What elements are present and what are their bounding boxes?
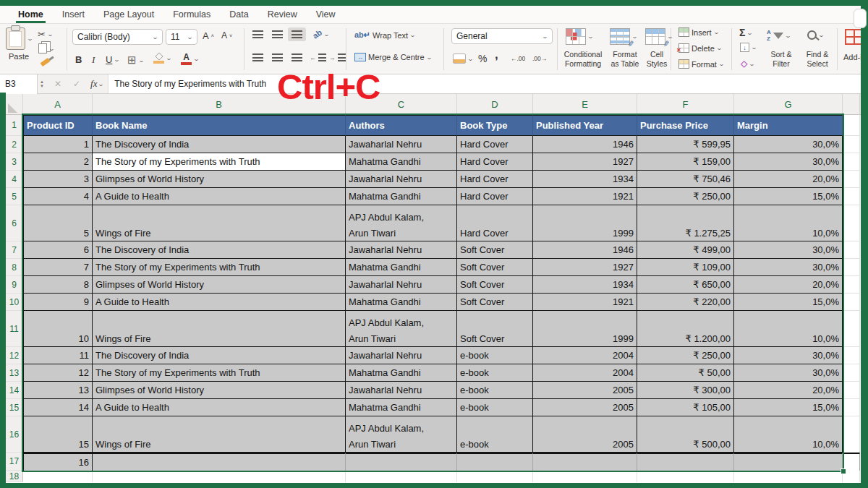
cell-margin[interactable]: 15,0% bbox=[734, 294, 843, 311]
header-cell-product-id[interactable]: Product ID bbox=[23, 115, 93, 136]
cell-published-year[interactable]: 2004 bbox=[533, 347, 637, 364]
cell-book-name[interactable]: The Discovery of India bbox=[93, 136, 346, 153]
cell-book-name[interactable]: The Story of my Experiments with Truth bbox=[93, 364, 346, 382]
font-color-button[interactable]: A ⌄ bbox=[181, 53, 199, 65]
cell-product-id[interactable]: 14 bbox=[23, 399, 93, 416]
cell-margin[interactable]: 30,0% bbox=[734, 347, 843, 364]
cell-partial[interactable] bbox=[843, 115, 860, 136]
cell-partial[interactable] bbox=[843, 364, 860, 382]
cell-purchase-price[interactable]: ₹ 1.275,25 bbox=[637, 205, 734, 241]
cut-button[interactable]: ✂ ⌄ bbox=[38, 29, 53, 40]
cell-published-year[interactable]: 1921 bbox=[533, 294, 637, 311]
decrease-decimal-button[interactable]: .00→ bbox=[532, 55, 547, 62]
cell-purchase-price[interactable]: ₹ 250,00 bbox=[637, 188, 734, 205]
cell-book-name[interactable]: The Discovery of India bbox=[93, 347, 346, 364]
row-header-3[interactable]: 3 bbox=[6, 153, 23, 171]
cell-margin[interactable]: 30,0% bbox=[734, 136, 843, 153]
cell-purchase-price[interactable]: ₹ 159,00 bbox=[637, 153, 734, 171]
cell-product-id[interactable]: 8 bbox=[23, 276, 93, 294]
cell-partial[interactable] bbox=[843, 416, 860, 453]
delete-cells-button[interactable]: Delete ⌄ bbox=[678, 43, 722, 53]
row-header-6[interactable]: 6 bbox=[6, 205, 23, 241]
cell-published-year[interactable]: 1927 bbox=[533, 153, 637, 171]
row-header-17[interactable]: 17 bbox=[6, 453, 23, 471]
cell-book-name[interactable]: Glimpses of World History bbox=[93, 171, 346, 188]
cell-partial[interactable] bbox=[843, 382, 860, 399]
cell-margin[interactable]: 30,0% bbox=[734, 259, 843, 276]
cell-product-id[interactable]: 10 bbox=[23, 311, 93, 347]
grow-font-button[interactable]: A˄ bbox=[203, 30, 214, 41]
cell-book-name[interactable]: Glimpses of World History bbox=[93, 276, 346, 294]
cell-product-id[interactable]: 16 bbox=[23, 453, 93, 471]
autosum-button[interactable]: Σ ⌄ bbox=[739, 27, 752, 38]
cell-purchase-price[interactable] bbox=[637, 453, 734, 471]
cell-product-id[interactable]: 6 bbox=[23, 241, 93, 259]
bold-button[interactable]: B bbox=[75, 54, 82, 65]
align-right-button[interactable] bbox=[288, 51, 306, 64]
cell-authors[interactable]: Mahatma Gandhi bbox=[346, 364, 457, 382]
cell-empty[interactable] bbox=[93, 471, 346, 482]
cell-published-year[interactable]: 2005 bbox=[533, 416, 637, 453]
increase-decimal-button[interactable]: ←.00 bbox=[511, 55, 525, 62]
cell-purchase-price[interactable]: ₹ 300,00 bbox=[637, 382, 734, 399]
shrink-font-button[interactable]: A˅ bbox=[221, 30, 232, 40]
cell-product-id[interactable]: 1 bbox=[23, 136, 93, 153]
cell-margin[interactable]: 30,0% bbox=[734, 364, 843, 382]
format-as-table-button[interactable]: ✎ ⌄ bbox=[610, 28, 637, 45]
row-header-13[interactable]: 13 bbox=[6, 364, 23, 382]
cell-product-id[interactable]: 5 bbox=[23, 205, 93, 241]
insert-cells-button[interactable]: Insert ⌄ bbox=[678, 27, 718, 37]
cell-published-year[interactable]: 1999 bbox=[533, 311, 637, 347]
cell-purchase-price[interactable]: ₹ 750,46 bbox=[637, 171, 734, 188]
cell-partial[interactable] bbox=[843, 294, 860, 311]
cell-product-id[interactable]: 15 bbox=[23, 416, 93, 453]
cell-margin[interactable]: 20,0% bbox=[734, 276, 843, 294]
italic-button[interactable]: I bbox=[92, 54, 95, 66]
cell-published-year[interactable]: 1946 bbox=[533, 241, 637, 259]
cell-authors[interactable]: Jawaharlal Nehru bbox=[346, 382, 457, 399]
cell-published-year[interactable]: 1999 bbox=[533, 205, 637, 241]
cell-authors[interactable]: APJ Abdul Kalam,Arun Tiwari bbox=[346, 205, 457, 241]
cell-book-type[interactable]: Hard Cover bbox=[457, 153, 533, 171]
cell-margin[interactable]: 30,0% bbox=[734, 241, 843, 259]
cell-book-type[interactable]: Soft Cover bbox=[457, 294, 533, 311]
formula-input[interactable]: The Story of my Experiments with Truth bbox=[108, 74, 868, 93]
cell-published-year[interactable]: 1921 bbox=[533, 188, 637, 205]
cell-book-type[interactable]: e-book bbox=[457, 416, 533, 453]
cell-purchase-price[interactable]: ₹ 500,00 bbox=[637, 416, 734, 453]
cell-book-name[interactable]: A Guide to Health bbox=[93, 294, 346, 311]
column-header-E[interactable]: E bbox=[533, 94, 637, 115]
cell-authors[interactable]: Jawaharlal Nehru bbox=[346, 276, 457, 294]
cell-purchase-price[interactable]: ₹ 1.200,00 bbox=[637, 311, 734, 347]
align-bottom-button[interactable] bbox=[288, 27, 306, 41]
find-select-button[interactable]: ⌄ bbox=[807, 30, 824, 40]
cell-margin[interactable]: 15,0% bbox=[734, 399, 843, 416]
cell-book-name-active[interactable]: The Story of my Experiments with Truth bbox=[93, 153, 346, 171]
tab-insert[interactable]: Insert bbox=[53, 6, 94, 23]
cell-book-type[interactable]: Soft Cover bbox=[457, 241, 533, 259]
row-header-14[interactable]: 14 bbox=[6, 382, 23, 399]
header-cell-published-year[interactable]: Published Year bbox=[533, 115, 637, 136]
cell-styles-button[interactable]: ✎ ⌄ bbox=[645, 28, 673, 45]
cell-authors[interactable]: Mahatma Gandhi bbox=[346, 294, 457, 311]
header-cell-purchase-price[interactable]: Purchase Price bbox=[637, 115, 734, 136]
cell-authors[interactable]: Jawaharlal Nehru bbox=[346, 171, 457, 188]
cell-empty[interactable] bbox=[533, 471, 637, 482]
row-header-7[interactable]: 7 bbox=[6, 241, 23, 259]
cell-book-name[interactable]: Wings of Fire bbox=[93, 205, 346, 241]
cell-partial[interactable] bbox=[843, 171, 860, 188]
row-header-8[interactable]: 8 bbox=[6, 259, 23, 276]
align-center-button[interactable] bbox=[268, 51, 286, 64]
clear-button[interactable]: ◇ ⌄ bbox=[741, 59, 754, 69]
number-format-select[interactable]: General ⌄ bbox=[451, 28, 553, 44]
cell-published-year[interactable] bbox=[533, 453, 637, 471]
cell-published-year[interactable]: 1927 bbox=[533, 259, 637, 276]
cut-off-toolbar-button[interactable] bbox=[854, 9, 867, 28]
fill-button[interactable]: ↓ ⌄ bbox=[740, 43, 757, 52]
underline-button[interactable]: U ⌄ bbox=[106, 54, 119, 65]
cell-empty[interactable] bbox=[457, 471, 533, 482]
header-cell-book-name[interactable]: Book Name bbox=[93, 115, 346, 136]
cell-margin[interactable]: 10,0% bbox=[734, 416, 843, 453]
cell-partial[interactable] bbox=[843, 471, 860, 482]
wrap-text-button[interactable]: ab↵ Wrap Text ⌄ bbox=[354, 30, 415, 40]
